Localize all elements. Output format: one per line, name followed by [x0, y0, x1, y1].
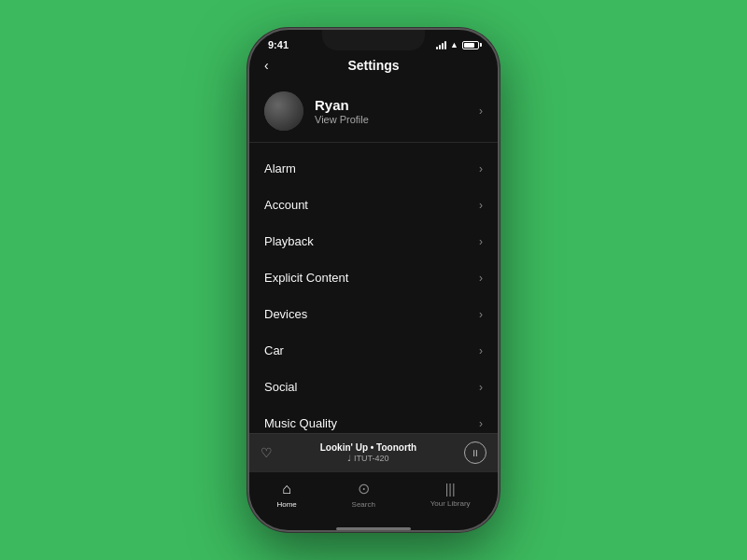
settings-item-car[interactable]: Car › [249, 332, 498, 369]
library-icon: ||| [445, 482, 456, 497]
bottom-nav: ⌂ Home ⊙ Search ||| Your Library [249, 471, 498, 524]
chevron-icon: › [479, 162, 483, 175]
mini-player-title: Lookin' Up • Toonorth [320, 442, 416, 453]
chevron-icon: › [479, 272, 483, 285]
profile-left: Ryan View Profile [264, 91, 369, 131]
mini-player[interactable]: ♡ Lookin' Up • Toonorth ♩ ITUT-420 ⏸ [249, 433, 498, 471]
settings-item-playback[interactable]: Playback › [249, 223, 498, 259]
settings-item-alarm[interactable]: Alarm › [249, 150, 498, 187]
pause-icon: ⏸ [471, 448, 480, 458]
chevron-icon: › [479, 235, 483, 248]
profile-chevron-icon: › [479, 105, 483, 118]
wifi-icon: ▲ [450, 40, 458, 49]
power-button [498, 133, 500, 172]
home-icon: ⌂ [282, 481, 291, 497]
status-time: 9:41 [268, 39, 289, 50]
signal-icon [436, 41, 446, 49]
settings-item-social[interactable]: Social › [249, 369, 498, 405]
chevron-icon: › [479, 344, 483, 357]
settings-list: Alarm › Account › Playback › Explicit Co… [249, 143, 498, 433]
page-title: Settings [347, 58, 399, 73]
header: ‹ Settings [249, 54, 498, 80]
status-icons: ▲ [436, 40, 479, 49]
pause-button[interactable]: ⏸ [464, 441, 486, 464]
screen: 9:41 ▲ ‹ Settings [249, 30, 498, 530]
chevron-icon: › [479, 199, 483, 212]
back-button[interactable]: ‹ [264, 58, 269, 73]
nav-library-label: Your Library [430, 499, 471, 508]
settings-item-music-quality[interactable]: Music Quality › [249, 405, 498, 433]
chevron-icon: › [479, 308, 483, 321]
settings-label-devices: Devices [264, 307, 307, 321]
battery-icon [462, 41, 479, 49]
settings-label-social: Social [264, 380, 297, 394]
settings-label-explicit-content: Explicit Content [264, 271, 348, 285]
settings-label-playback: Playback [264, 234, 314, 248]
profile-info: Ryan View Profile [315, 97, 369, 125]
volume-up-button [247, 133, 249, 157]
profile-sub: View Profile [315, 114, 369, 125]
settings-label-account: Account [264, 198, 308, 212]
nav-search[interactable]: ⊙ Search [352, 480, 375, 509]
mini-player-info: Lookin' Up • Toonorth ♩ ITUT-420 [320, 442, 416, 463]
volume-down-button [247, 164, 249, 189]
notch [322, 30, 425, 50]
nav-home[interactable]: ⌂ Home [276, 481, 296, 509]
profile-name: Ryan [315, 97, 369, 113]
settings-label-car: Car [264, 343, 284, 357]
settings-label-music-quality: Music Quality [264, 416, 337, 430]
settings-item-account[interactable]: Account › [249, 187, 498, 223]
phone-frame: 9:41 ▲ ‹ Settings [247, 28, 500, 532]
nav-search-label: Search [352, 500, 375, 509]
search-icon: ⊙ [358, 480, 370, 497]
silent-switch [247, 105, 249, 121]
scroll-content[interactable]: Ryan View Profile › Alarm › Account › Pl [249, 80, 498, 433]
avatar [264, 91, 303, 131]
settings-label-alarm: Alarm [264, 161, 296, 175]
chevron-icon: › [479, 381, 483, 394]
settings-item-explicit-content[interactable]: Explicit Content › [249, 259, 498, 296]
profile-section[interactable]: Ryan View Profile › [249, 80, 498, 143]
mini-player-subtitle: ♩ ITUT-420 [320, 454, 416, 463]
settings-item-devices[interactable]: Devices › [249, 296, 498, 332]
home-indicator [336, 527, 411, 530]
heart-icon[interactable]: ♡ [261, 445, 273, 460]
chevron-icon: › [479, 417, 483, 430]
nav-library[interactable]: ||| Your Library [430, 482, 471, 508]
nav-home-label: Home [276, 500, 296, 509]
